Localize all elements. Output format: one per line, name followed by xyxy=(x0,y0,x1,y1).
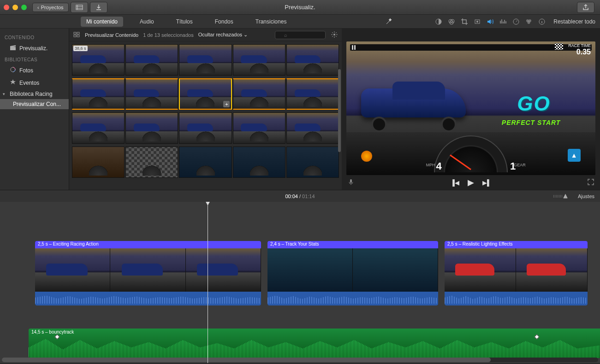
fullscreen-window-button[interactable] xyxy=(21,5,27,10)
clip-thumbnail[interactable] xyxy=(125,147,178,178)
info-icon[interactable] xyxy=(538,18,546,26)
zoom-slider[interactable] xyxy=(553,194,568,199)
car-graphic xyxy=(361,88,466,118)
go-text: GO xyxy=(517,92,550,115)
browser-header: Previsualizar Contenido 1 de 13 seleccio… xyxy=(69,29,342,41)
color-balance-icon[interactable] xyxy=(434,18,443,26)
clip-grid[interactable]: 38,6 s + xyxy=(69,41,342,190)
clip-thumbnail[interactable] xyxy=(179,112,232,144)
fullscreen-icon[interactable] xyxy=(587,178,594,187)
clip-thumbnail[interactable] xyxy=(72,112,125,144)
browser-scrollbar[interactable] xyxy=(338,69,341,152)
clip-thumbnail[interactable] xyxy=(179,147,232,178)
list-view-icon[interactable] xyxy=(73,31,80,39)
tab-audio[interactable]: Audio xyxy=(134,17,160,27)
clip-label: 2,5 s – Realistic Lighting Effects xyxy=(445,241,588,248)
timeline-settings-button[interactable]: Ajustes xyxy=(578,194,594,199)
add-clip-icon[interactable]: + xyxy=(223,101,230,107)
clip-thumbnail[interactable] xyxy=(286,44,339,76)
speed-icon[interactable] xyxy=(512,18,520,26)
noise-reduction-icon[interactable] xyxy=(499,18,507,26)
timeline[interactable]: 2,5 s – Exciting Racing Action 2,4 s – T… xyxy=(0,202,600,363)
tab-my-content[interactable]: Mi contenido xyxy=(81,17,123,27)
clip-thumbnail-selected[interactable]: + xyxy=(179,78,232,110)
svg-rect-0 xyxy=(76,5,83,10)
clip-thumbnail[interactable] xyxy=(233,78,285,110)
timeline-clip[interactable]: 2,5 s – Realistic Lighting Effects xyxy=(445,241,588,305)
timeline-scrollbar[interactable] xyxy=(2,358,598,362)
shift-button xyxy=(568,149,581,162)
svg-rect-12 xyxy=(10,47,16,50)
svg-point-6 xyxy=(476,21,478,23)
settings-gear-icon[interactable] xyxy=(331,31,338,39)
minimize-window-button[interactable] xyxy=(12,5,18,10)
scrollbar-thumb[interactable] xyxy=(2,358,491,362)
hide-rejected-dropdown[interactable]: Ocultar rechazados ⌄ xyxy=(198,32,248,38)
prev-button[interactable]: ▐◀ xyxy=(451,179,459,186)
svg-rect-16 xyxy=(74,35,76,37)
window-controls xyxy=(4,5,27,10)
clip-thumbnail[interactable] xyxy=(72,78,125,110)
preview-screen[interactable]: RACE TIME0.35 GO PERFECT START MPH GEAR … xyxy=(346,41,595,175)
selection-count: 1 de 13 seleccionados xyxy=(143,32,193,38)
pause-icon xyxy=(352,45,356,50)
svg-rect-14 xyxy=(74,32,76,34)
tab-backgrounds[interactable]: Fondos xyxy=(209,17,239,27)
search-input[interactable] xyxy=(275,31,326,39)
tab-titles[interactable]: Títulos xyxy=(171,17,198,27)
svg-rect-15 xyxy=(77,32,79,34)
clip-audio-waveform xyxy=(267,292,438,305)
color-correction-icon[interactable] xyxy=(447,18,456,26)
import-button[interactable] xyxy=(90,2,107,13)
sidebar-libraries-header: BIBLIOTECAS xyxy=(0,54,69,64)
volume-icon[interactable] xyxy=(486,18,494,26)
clip-thumbnail[interactable] xyxy=(125,78,178,110)
clip-thumbnail[interactable] xyxy=(179,44,232,76)
voiceover-icon[interactable] xyxy=(347,178,355,187)
zoom-knob[interactable] xyxy=(563,194,568,199)
stabilize-icon[interactable] xyxy=(473,18,481,26)
svg-rect-19 xyxy=(350,179,352,183)
svg-point-10 xyxy=(528,21,530,24)
sidebar-content-header: CONTENIDO xyxy=(0,32,69,42)
timeline-clip[interactable]: 2,4 s – Track Your Stats xyxy=(267,241,438,305)
play-button[interactable]: ▶ xyxy=(468,177,474,188)
audio-clip-label: 14,5 s – bouncytrack xyxy=(31,329,74,335)
timeline-clip[interactable]: 2,5 s – Exciting Racing Action xyxy=(35,241,261,305)
sidebar-item-racing-library[interactable]: Biblioteca Racing xyxy=(0,89,69,99)
clip-thumbnail[interactable] xyxy=(125,44,178,76)
magic-wand-icon[interactable] xyxy=(385,18,393,26)
perfect-start-text: PERFECT START xyxy=(502,119,561,126)
filter-icon[interactable] xyxy=(525,18,533,26)
sidebar-item-photos[interactable]: Fotos xyxy=(0,64,69,76)
sidebar-item-preview-content[interactable]: Previsualizar Con... xyxy=(0,99,69,109)
clip-audio-waveform xyxy=(445,292,588,305)
clip-thumbnail[interactable] xyxy=(233,44,285,76)
browser-title[interactable]: Previsualizar Contenido xyxy=(85,32,138,38)
reset-all-button[interactable]: Restablecer todo xyxy=(553,18,595,25)
share-button[interactable] xyxy=(577,2,594,13)
clip-thumbnail[interactable] xyxy=(125,112,178,144)
clip-thumbnail[interactable] xyxy=(286,112,339,144)
video-track: 2,5 s – Exciting Racing Action 2,4 s – T… xyxy=(35,241,594,305)
tab-transitions[interactable]: Transiciones xyxy=(250,17,292,27)
back-projects-button[interactable]: ‹ Proyectos xyxy=(32,3,69,12)
playhead[interactable] xyxy=(208,202,208,363)
audio-track[interactable]: 14,5 s – bouncytrack xyxy=(29,329,600,358)
clip-thumbnail[interactable] xyxy=(72,147,125,178)
sidebar-item-events[interactable]: Eventos xyxy=(0,76,69,89)
clip-thumbnail[interactable] xyxy=(233,112,285,144)
media-library-button[interactable] xyxy=(71,2,88,13)
back-label: Proyectos xyxy=(41,5,64,10)
clip-thumbnail[interactable] xyxy=(286,78,339,110)
clip-label: 2,5 s – Exciting Racing Action xyxy=(35,241,261,248)
crop-icon[interactable] xyxy=(460,18,469,26)
close-window-button[interactable] xyxy=(4,5,9,10)
clip-thumbnail[interactable]: 38,6 s xyxy=(72,44,125,76)
next-button[interactable]: ▶▌ xyxy=(482,179,491,186)
clip-thumbnail[interactable] xyxy=(233,147,285,178)
clip-thumbnail[interactable] xyxy=(286,147,339,178)
clip-browser: Previsualizar Contenido 1 de 13 seleccio… xyxy=(69,29,342,190)
star-icon xyxy=(9,78,17,87)
sidebar-item-preview[interactable]: Previsualiz. xyxy=(0,42,69,54)
